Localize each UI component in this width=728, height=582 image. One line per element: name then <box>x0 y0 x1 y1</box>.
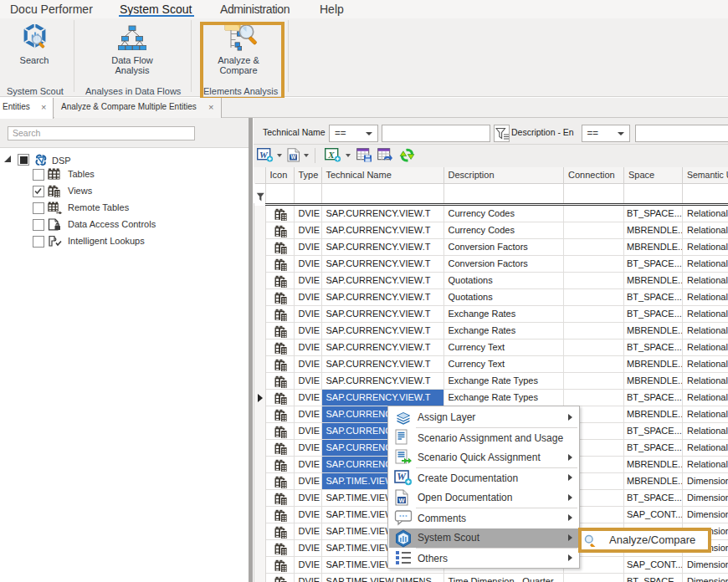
svg-text:W: W <box>398 496 405 503</box>
svg-text:X: X <box>327 150 335 160</box>
svg-text:W: W <box>290 154 296 160</box>
